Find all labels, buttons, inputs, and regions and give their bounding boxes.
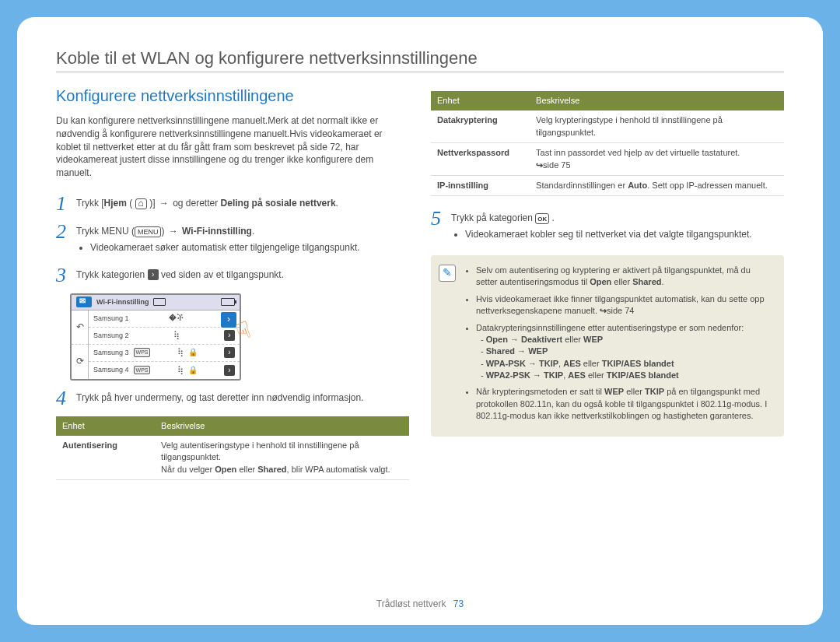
note-icon: ✎ xyxy=(439,265,456,282)
page-title: Koble til et WLAN og konfigurere nettver… xyxy=(56,48,784,68)
step-2-bullet: Videokameraet søker automatisk etter til… xyxy=(90,241,409,254)
note-item: Når krypteringsmetoden er satt til WEP e… xyxy=(476,386,773,422)
note-item: Selv om autentisering og kryptering er a… xyxy=(476,265,773,289)
ap-row[interactable]: Samsung 2 ⢷ xyxy=(89,328,240,345)
ap-row[interactable]: Samsung 1 �ች xyxy=(89,310,240,328)
step-number: 4 xyxy=(56,388,70,409)
step-number: 1 xyxy=(56,194,70,214)
step-5-text: Trykk på kategorien OK . xyxy=(451,212,784,225)
th-unit: Enhet xyxy=(56,416,155,436)
battery-icon xyxy=(221,298,235,306)
lock-icon: 🔒 xyxy=(188,365,198,376)
step-5: 5 Trykk på kategorien OK . Videokameraet… xyxy=(431,209,784,244)
step-5-bullet: Videokameraet kobler seg til nettverket … xyxy=(465,228,784,241)
th-desc: Beskrivelse xyxy=(155,416,409,436)
step-1-text: Trykk [Hjem ( )] → og deretter Deling på… xyxy=(76,197,409,210)
section-heading: Konfigurere nettverksinnstillingene xyxy=(56,85,409,107)
step-2: 2 Trykk MENU (MENU) → Wi-Fi-innstilling.… xyxy=(56,222,409,258)
footer-section: Trådløst nettverk xyxy=(376,598,446,609)
arrow-right-icon[interactable] xyxy=(224,365,235,376)
arrow-right-icon xyxy=(148,269,159,280)
footer: Trådløst nettverk 73 xyxy=(56,591,784,609)
note-item: Datakrypteringsinnstillingene etter aute… xyxy=(476,322,773,382)
wifi-chip-icon xyxy=(76,296,92,307)
record-indicator-icon xyxy=(153,298,166,306)
manual-page: Koble til et WLAN og konfigurere nettver… xyxy=(17,17,823,625)
intro-text: Du kan konfigurere nettverksinnstillinge… xyxy=(56,114,409,180)
table-row: Autentisering Velg autentiseringstype i … xyxy=(56,436,409,480)
step-3-text: Trykk kategorien ved siden av et tilgang… xyxy=(76,268,409,282)
select-overlay-icon xyxy=(221,312,236,328)
wps-badge: WPS xyxy=(134,366,151,375)
left-table: Enhet Beskrivelse Autentisering Velg aut… xyxy=(56,416,409,481)
page-number: 73 xyxy=(453,598,464,609)
camera-screen: Wi-Fi-innstilling ↶ ⟳ Samsung 1 �ች xyxy=(70,293,241,381)
step-3: 3 Trykk kategorien ved siden av et tilga… xyxy=(56,265,409,286)
step-number: 2 xyxy=(56,222,70,258)
step-number: 3 xyxy=(56,265,70,286)
wps-badge: WPS xyxy=(134,348,151,357)
step-2-text: Trykk MENU (MENU) → Wi-Fi-innstilling. xyxy=(76,225,409,238)
step-4-text: Trykk på hver undermeny, og tast derette… xyxy=(76,391,409,405)
th-unit: Enhet xyxy=(431,91,530,111)
wifi-icon: ⢷ xyxy=(177,346,184,358)
note-box: ✎ Selv om autentisering og kryptering er… xyxy=(431,255,784,437)
left-column: Konfigurere nettverksinnstillingene Du k… xyxy=(56,85,409,591)
ok-icon: OK xyxy=(535,213,549,224)
screen-header: Wi-Fi-innstilling xyxy=(72,295,240,310)
arrow-right-icon[interactable] xyxy=(224,347,235,358)
reference-arrow-icon xyxy=(600,306,607,315)
arrow-right-icon[interactable] xyxy=(224,330,235,341)
refresh-icon[interactable]: ⟳ xyxy=(72,344,88,379)
ap-list: Samsung 1 �ች Samsung 2 ⢷ Samsung 3 WPS xyxy=(89,310,240,379)
divider xyxy=(56,72,784,72)
right-table: Enhet Beskrivelse Datakryptering Velg kr… xyxy=(431,91,784,196)
ap-row[interactable]: Samsung 3 WPS ⢷ 🔒 xyxy=(89,345,240,362)
arrow-icon: → xyxy=(169,226,178,237)
arrow-icon: → xyxy=(159,198,169,209)
ap-row[interactable]: Samsung 4 WPS ⢷ 🔒 xyxy=(89,362,240,379)
wifi-icon: �ች xyxy=(169,312,184,324)
step-4: 4 Trykk på hver undermeny, og tast deret… xyxy=(56,388,409,409)
wifi-icon: ⢷ xyxy=(173,329,180,341)
th-desc: Beskrivelse xyxy=(530,91,784,111)
note-item: Hvis videokameraet ikke finner tilgangsp… xyxy=(476,293,773,317)
table-row: Datakryptering Velg krypteringstype i he… xyxy=(431,111,784,142)
table-row: Nettverkspassord Tast inn passordet ved … xyxy=(431,143,784,176)
note-content: Selv om autentisering og kryptering er a… xyxy=(464,265,773,427)
reference-arrow-icon xyxy=(536,160,543,170)
screen-sidebar: ↶ ⟳ xyxy=(72,310,89,379)
table-row: IP-innstilling Standardinnstillingen er … xyxy=(431,175,784,195)
menu-icon: MENU xyxy=(135,226,162,237)
back-icon[interactable]: ↶ xyxy=(72,310,88,345)
home-icon xyxy=(135,198,147,209)
screen-title: Wi-Fi-innstilling xyxy=(96,297,149,307)
wifi-icon: ⢷ xyxy=(177,364,184,376)
lock-icon: 🔒 xyxy=(188,347,198,358)
step-number: 5 xyxy=(431,209,445,244)
right-column: Enhet Beskrivelse Datakryptering Velg kr… xyxy=(431,85,784,591)
content-columns: Konfigurere nettverksinnstillingene Du k… xyxy=(56,85,784,591)
step-1: 1 Trykk [Hjem ( )] → og deretter Deling … xyxy=(56,194,409,214)
